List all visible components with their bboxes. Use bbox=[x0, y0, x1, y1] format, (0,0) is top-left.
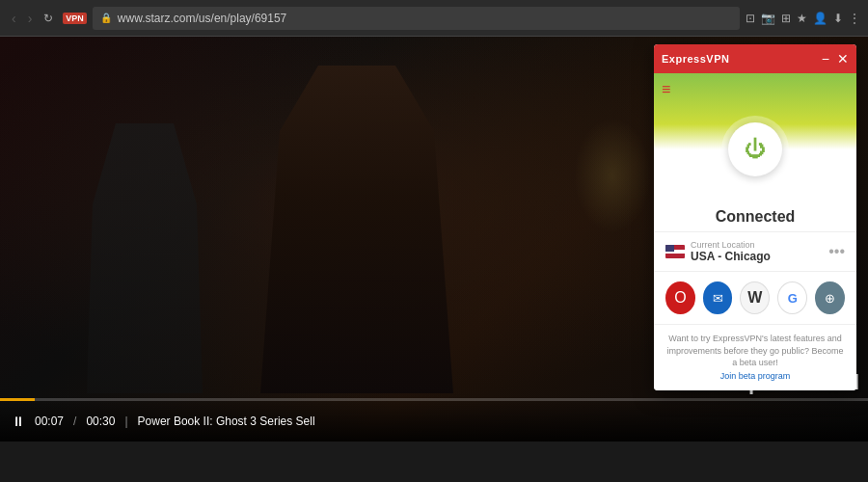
bookmark-icon[interactable]: ★ bbox=[797, 12, 807, 25]
usa-flag-icon bbox=[665, 245, 685, 258]
vpn-beta-text: Want to try ExpressVPN's latest features… bbox=[665, 333, 845, 369]
opera-shortcut[interactable]: O bbox=[665, 281, 695, 314]
current-time: 00:07 bbox=[35, 415, 64, 428]
vpn-app-name: ExpressVPN bbox=[662, 53, 729, 65]
location-info: Current Location USA - Chicago bbox=[691, 240, 823, 263]
figure-main bbox=[260, 66, 453, 393]
background-light bbox=[574, 118, 651, 233]
vpn-badge: VPN bbox=[63, 13, 87, 24]
title-separator: | bbox=[124, 415, 127, 428]
vpn-power-button[interactable]: ⏻ bbox=[721, 116, 789, 183]
vpn-titlebar: ExpressVPN − ✕ bbox=[654, 44, 856, 73]
pause-button[interactable]: ⏸ bbox=[12, 414, 25, 429]
vpn-minimize-button[interactable]: − bbox=[822, 52, 829, 66]
vpn-connect-area: ⏻ bbox=[662, 106, 849, 193]
vpn-content-area: Connected Current Location USA - Chicago… bbox=[654, 201, 856, 390]
vpn-hamburger-menu[interactable]: ≡ bbox=[662, 81, 849, 98]
power-icon: ⏻ bbox=[745, 137, 766, 162]
browser-chrome: ‹ › ↻ VPN 🔒 www.starz.com/us/en/play/691… bbox=[0, 0, 868, 37]
expressvpn-popup: ExpressVPN − ✕ ≡ ⏻ Connected bbox=[654, 44, 856, 390]
time-separator: / bbox=[73, 415, 76, 428]
cast-icon[interactable]: ⊡ bbox=[746, 12, 755, 25]
address-bar[interactable]: 🔒 www.starz.com/us/en/play/69157 bbox=[93, 7, 740, 30]
vpn-window-controls: − ✕ bbox=[822, 52, 849, 66]
download-icon[interactable]: ⬇ bbox=[833, 12, 843, 25]
camera-icon[interactable]: 📷 bbox=[761, 12, 775, 25]
mail-shortcut[interactable]: ✉ bbox=[703, 281, 733, 314]
wikipedia-shortcut[interactable]: W bbox=[740, 281, 770, 314]
location-name: USA - Chicago bbox=[691, 250, 823, 263]
google-shortcut[interactable]: G bbox=[777, 281, 807, 314]
forward-button[interactable]: › bbox=[24, 9, 37, 28]
vpn-power-button-inner: ⏻ bbox=[728, 122, 782, 176]
back-button[interactable]: ‹ bbox=[8, 9, 20, 28]
location-shortcut[interactable]: ⊕ bbox=[815, 281, 845, 314]
location-label: Current Location bbox=[691, 240, 823, 250]
vpn-beta-link[interactable]: Join beta program bbox=[665, 371, 845, 381]
video-controls: ⏸ 00:07 / 00:30 | Power Book II: Ghost 3… bbox=[0, 401, 868, 442]
extensions-icon[interactable]: ⊞ bbox=[781, 12, 791, 25]
location-options-button[interactable]: ••• bbox=[828, 243, 845, 260]
lock-icon: 🔒 bbox=[100, 13, 112, 23]
vpn-status-text: Connected bbox=[654, 201, 856, 231]
vpn-location-row[interactable]: Current Location USA - Chicago ••• bbox=[654, 231, 856, 272]
menu-icon[interactable]: ⋮ bbox=[849, 12, 860, 25]
video-title: Power Book II: Ghost 3 Series Sell bbox=[138, 415, 315, 428]
figure-secondary bbox=[87, 123, 203, 393]
profile-icon[interactable]: 👤 bbox=[813, 12, 827, 25]
vpn-close-button[interactable]: ✕ bbox=[837, 52, 849, 66]
vpn-beta-area: Want to try ExpressVPN's latest features… bbox=[654, 324, 856, 390]
total-time: 00:30 bbox=[86, 415, 115, 428]
video-area: ⏸ 00:07 / 00:30 | Power Book II: Ghost 3… bbox=[0, 37, 868, 442]
shortcut-icons-row: O ✉ W G ⊕ bbox=[654, 272, 856, 324]
browser-icons: ⊡ 📷 ⊞ ★ 👤 ⬇ ⋮ bbox=[746, 12, 860, 25]
url-text: www.starz.com/us/en/play/69157 bbox=[118, 12, 286, 25]
nav-buttons: ‹ › ↻ bbox=[8, 9, 57, 28]
vpn-body: ≡ ⏻ bbox=[654, 73, 856, 201]
reload-button[interactable]: ↻ bbox=[40, 10, 57, 27]
